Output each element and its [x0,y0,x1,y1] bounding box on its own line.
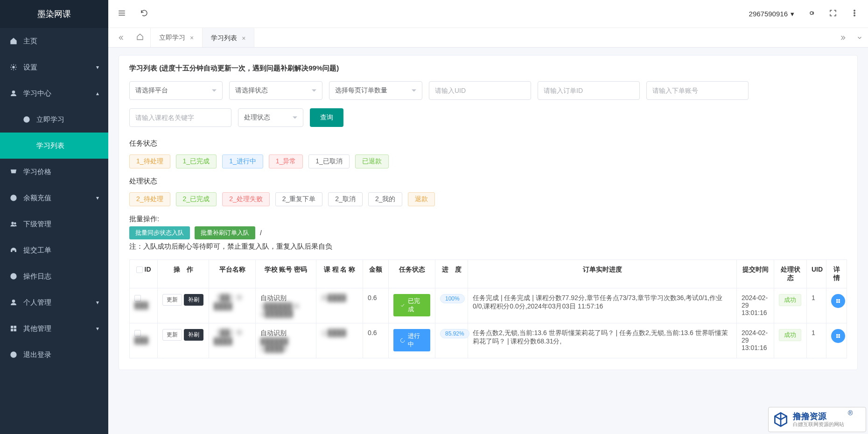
theme-icon[interactable] [807,9,816,19]
uid: 1 [807,288,826,323]
menu-label: 主页 [23,37,37,46]
select-all-checkbox[interactable] [136,266,143,273]
svg-rect-19 [836,301,838,303]
svg-point-14 [854,10,855,11]
status-select[interactable]: 请选择状态 [229,81,322,100]
close-icon[interactable]: × [242,35,245,42]
sidebar-item[interactable]: 提交工单 [0,237,108,263]
close-icon[interactable]: × [190,34,194,42]
status-tag[interactable]: 1_异常 [269,154,303,168]
chevron-down-icon: ▾ [96,195,99,201]
status-tag[interactable]: 2_取消 [328,192,363,206]
status-tag[interactable]: 2_待处理 [129,192,170,206]
more-icon[interactable] [850,9,859,19]
status-tag[interactable]: 2_我的 [368,192,403,206]
chevron-down-icon: ▾ [96,299,99,306]
platform-select[interactable]: 请选择平台 [129,81,223,100]
svg-rect-22 [839,334,840,336]
table-header: 详情 [826,260,847,288]
bulk-op-button[interactable]: 批量同步状态入队 [129,226,190,239]
menu-label: 个人管理 [23,298,51,307]
status-tag[interactable]: 1_已取消 [308,154,350,168]
query-button[interactable]: 查询 [310,108,343,127]
tab-home[interactable] [130,28,151,47]
orders-table: ID操 作平台名称学校 账号 密码课 程 名 称金额任务状态进 度订单实时进度提… [129,259,847,358]
svg-rect-9 [14,326,16,328]
sidebar-item[interactable]: 学习价格 [0,159,108,185]
bulk-ops-label: 批量操作: [129,215,847,224]
detail-button[interactable] [831,329,845,343]
proc-select[interactable]: 处理状态 [238,108,303,127]
table-header: 提交时间 [737,260,774,288]
rebrush-button[interactable]: 补刷 [184,329,203,341]
table-header: 订单实时进度 [468,260,737,288]
watermark-logo-icon [772,411,789,428]
uid-input[interactable] [429,81,531,100]
sidebar-item[interactable]: 主页 [0,28,108,54]
status-tag[interactable]: 退款 [408,192,435,206]
sidebar-item[interactable]: 设置▾ [0,54,108,80]
sidebar-item[interactable]: 学习中心▴ [0,80,108,106]
app-logo: 墨染网课 [0,0,108,28]
table-header: UID [807,260,826,288]
row-checkbox[interactable] [134,295,141,301]
status-tag[interactable]: 1_进行中 [222,154,263,168]
sidebar: 墨染网课 主页设置▾学习中心▴立即学习学习列表学习价格余额充值▾下级管理提交工单… [0,0,108,434]
collapse-menu-icon[interactable] [118,9,126,19]
menu-label: 下级管理 [23,220,51,229]
sidebar-item[interactable]: 学习列表 [0,133,108,159]
cart-icon [9,168,18,176]
status-tag[interactable]: 2_已完成 [176,192,217,206]
menu-label: 余额充值 [23,194,51,203]
sidebar-item[interactable]: 余额充值▾ [0,185,108,211]
menu-label: 提交工单 [23,246,51,255]
tab[interactable]: 立即学习× [151,28,203,47]
table-header: 进 度 [435,260,468,288]
svg-point-1 [12,91,14,93]
watermark-sub: 白嫖互联网资源的网站 [793,421,844,427]
fullscreen-icon[interactable] [829,9,837,19]
account-input[interactable] [646,81,749,100]
proc-status-badge: 成功 [779,294,801,306]
svg-point-16 [854,15,855,16]
status-tag[interactable]: 已退款 [355,154,389,168]
refresh-icon[interactable] [140,9,148,19]
topbar: 2967590916 ▾ [108,0,868,28]
sidebar-item[interactable]: 下级管理 [0,211,108,237]
svg-rect-18 [839,299,840,301]
sidebar-item[interactable]: 操作日志 [0,263,108,289]
panel-title: 学习列表 (进度十五分钟自动更新一次，遇到问题补刷解决99%问题) [129,64,847,73]
tabs-next-icon[interactable] [834,28,851,47]
content: 学习列表 (进度十五分钟自动更新一次，遇到问题补刷解决99%问题) 请选择平台 … [108,48,868,434]
tab[interactable]: 学习列表× [203,28,254,47]
update-button[interactable]: 更新 [162,294,182,306]
update-button[interactable]: 更新 [162,329,182,341]
sidebar-item[interactable]: 其他管理▾ [0,315,108,342]
user-dropdown[interactable]: 2967590916 ▾ [749,10,794,18]
table-row: ███更新 补刷【██】学████自动识别 1██████28 sj██████… [130,288,847,323]
status-tag[interactable]: 2_处理失败 [222,192,270,206]
status-tag[interactable]: 1_已完成 [176,154,217,168]
filters: 请选择平台 请选择状态 选择每页订单数量 处理状态 查询 [129,81,847,127]
proc-status-tags: 2_待处理2_已完成2_处理失败2_重复下单2_取消2_我的退款 [129,192,847,206]
status-tag[interactable]: 2_重复下单 [275,192,323,206]
sidebar-item[interactable]: 个人管理▾ [0,289,108,315]
grid-icon [9,324,18,333]
course-input[interactable] [129,108,231,127]
home-icon [9,37,18,45]
rebrush-button[interactable]: 补刷 [184,294,203,306]
detail-button[interactable] [831,294,845,308]
sidebar-item[interactable]: 立即学习 [0,106,108,133]
row-checkbox[interactable] [134,330,141,336]
pagesize-select[interactable]: 选择每页订单数量 [329,81,422,100]
status-tag[interactable]: 1_待处理 [129,154,170,168]
tabs-menu-icon[interactable] [851,28,868,47]
bulk-sep: / [260,229,262,237]
orderid-input[interactable] [538,81,640,100]
tabs-prev-icon[interactable] [113,28,130,47]
svg-rect-17 [836,299,838,301]
bulk-op-button[interactable]: 批量补刷订单入队 [195,226,255,239]
sidebar-menu: 主页设置▾学习中心▴立即学习学习列表学习价格余额充值▾下级管理提交工单操作日志个… [0,28,108,434]
chevron-down-icon: ▾ [791,10,794,18]
sidebar-item[interactable]: 退出登录 [0,342,108,368]
